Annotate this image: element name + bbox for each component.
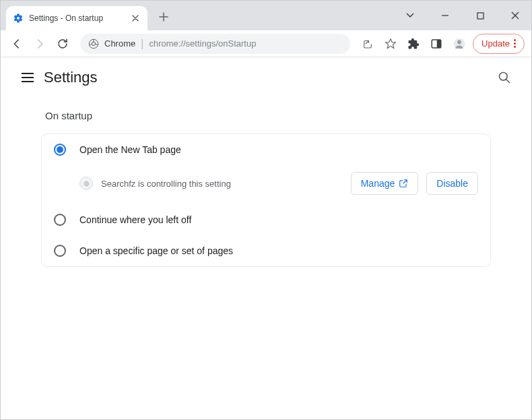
manage-button[interactable]: Manage bbox=[351, 172, 419, 195]
more-icon bbox=[514, 39, 516, 48]
sidepanel-icon[interactable] bbox=[427, 34, 446, 53]
update-button[interactable]: Update bbox=[473, 34, 525, 54]
new-tab-button[interactable] bbox=[154, 7, 173, 26]
share-icon[interactable] bbox=[358, 34, 377, 53]
svg-rect-0 bbox=[477, 13, 484, 19]
disable-button[interactable]: Disable bbox=[426, 172, 478, 195]
radio-unchecked-icon bbox=[54, 245, 66, 257]
svg-rect-4 bbox=[437, 40, 441, 48]
chevron-down-icon[interactable] bbox=[397, 5, 424, 26]
profile-icon[interactable] bbox=[450, 34, 469, 53]
option-continue[interactable]: Continue where you left off bbox=[42, 204, 490, 235]
extensions-icon[interactable] bbox=[404, 34, 423, 53]
extension-control-row: ⚙ Searchfz is controlling this setting M… bbox=[42, 165, 490, 204]
section-title: On startup bbox=[41, 98, 491, 133]
radio-checked-icon bbox=[54, 144, 66, 156]
chrome-icon bbox=[88, 38, 99, 49]
update-label: Update bbox=[481, 38, 510, 49]
controlled-text: Searchfz is controlling this setting bbox=[101, 179, 343, 189]
hamburger-icon bbox=[22, 73, 34, 82]
extension-icon: ⚙ bbox=[79, 177, 93, 190]
page-title: Settings bbox=[44, 69, 98, 86]
address-bar[interactable]: Chrome | chrome://settings/onStartup bbox=[80, 34, 350, 54]
menu-button[interactable] bbox=[14, 64, 41, 91]
browser-tab[interactable]: Settings - On startup bbox=[6, 6, 147, 30]
window-controls bbox=[397, 1, 531, 30]
search-button[interactable] bbox=[491, 64, 518, 91]
option-label: Open the New Tab page bbox=[79, 144, 181, 155]
browser-toolbar: Chrome | chrome://settings/onStartup Upd… bbox=[1, 30, 531, 57]
manage-label: Manage bbox=[361, 178, 395, 189]
close-tab-icon[interactable] bbox=[130, 13, 141, 24]
gear-icon bbox=[13, 13, 24, 24]
app-header: Settings bbox=[1, 57, 531, 98]
radio-unchecked-icon bbox=[54, 214, 66, 226]
option-specific-pages[interactable]: Open a specific page or set of pages bbox=[42, 235, 490, 266]
bookmark-icon[interactable] bbox=[381, 34, 400, 53]
disable-label: Disable bbox=[436, 178, 468, 189]
option-label: Continue where you left off bbox=[79, 214, 191, 225]
svg-point-6 bbox=[457, 40, 461, 44]
minimize-button[interactable] bbox=[432, 5, 459, 26]
option-label: Open a specific page or set of pages bbox=[79, 245, 233, 256]
forward-button[interactable] bbox=[30, 34, 49, 53]
maximize-button[interactable] bbox=[467, 5, 494, 26]
omnibox-url: chrome://settings/onStartup bbox=[149, 38, 256, 49]
omnibox-scheme: Chrome bbox=[104, 38, 135, 49]
back-button[interactable] bbox=[7, 34, 26, 53]
titlebar: Settings - On startup bbox=[1, 1, 531, 30]
close-window-button[interactable] bbox=[502, 5, 529, 26]
reload-button[interactable] bbox=[53, 34, 72, 53]
omnibox-separator: | bbox=[141, 38, 143, 50]
settings-content: On startup Open the New Tab page ⚙ Searc… bbox=[1, 98, 531, 267]
svg-point-2 bbox=[92, 42, 95, 45]
external-link-icon bbox=[399, 179, 408, 188]
startup-card: Open the New Tab page ⚙ Searchfz is cont… bbox=[41, 133, 491, 267]
tab-title: Settings - On startup bbox=[29, 13, 125, 23]
option-new-tab[interactable]: Open the New Tab page bbox=[42, 134, 490, 165]
